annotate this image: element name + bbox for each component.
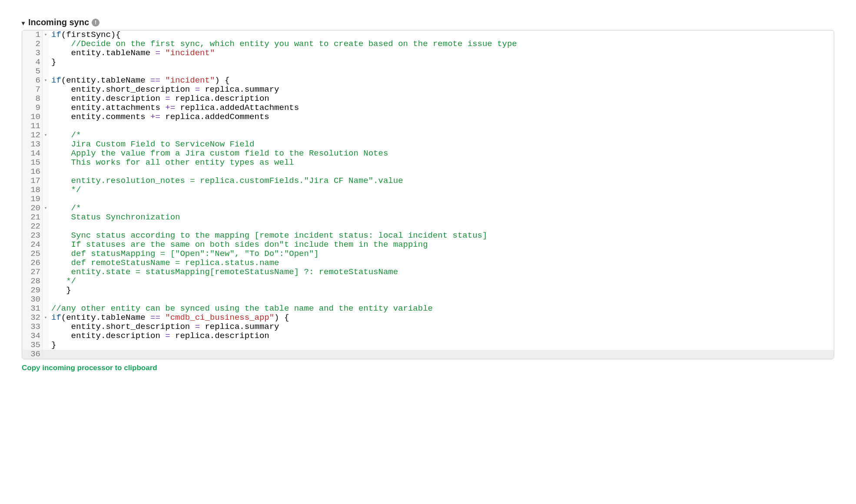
code-content[interactable]: Jira Custom Field to ServiceNow Field xyxy=(49,140,834,149)
code-line[interactable]: 35} xyxy=(22,341,834,350)
code-content[interactable]: entity.description = replica.description xyxy=(49,94,834,103)
code-line[interactable]: 21 Status Synchronization xyxy=(22,213,834,222)
code-content[interactable]: If statuses are the same on both sides d… xyxy=(49,240,834,249)
code-editor[interactable]: 1if(firstSync){2 //Decide on the first s… xyxy=(22,30,834,359)
code-line[interactable]: 18 */ xyxy=(22,186,834,195)
code-content[interactable]: Status Synchronization xyxy=(49,213,834,222)
code-content[interactable]: } xyxy=(49,286,834,295)
code-line[interactable]: 14 Apply the value from a Jira custom fi… xyxy=(22,149,834,158)
code-line[interactable]: 19 xyxy=(22,195,834,204)
code-line[interactable]: 3 entity.tableName = "incident" xyxy=(22,49,834,58)
code-content[interactable]: //any other entity can be synced using t… xyxy=(49,304,834,313)
code-line[interactable]: 6if(entity.tableName == "incident") { xyxy=(22,76,834,85)
code-line[interactable]: 33 entity.short_description = replica.su… xyxy=(22,322,834,332)
code-line[interactable]: 11 xyxy=(22,122,834,131)
code-line[interactable]: 7 entity.short_description = replica.sum… xyxy=(22,85,834,94)
code-content[interactable]: Sync status according to the mapping [re… xyxy=(49,231,834,240)
code-line[interactable]: 25 def statusMapping = ["Open":"New", "T… xyxy=(22,249,834,259)
fold-gutter xyxy=(43,67,49,76)
code-content[interactable]: def remoteStatusName = replica.status.na… xyxy=(49,259,834,268)
fold-gutter[interactable] xyxy=(43,30,49,40)
code-content[interactable] xyxy=(49,350,834,359)
section-header[interactable]: ▾ Incoming sync ! xyxy=(22,17,834,27)
code-line[interactable]: 15 This works for all other entity types… xyxy=(22,158,834,167)
code-line[interactable]: 26 def remoteStatusName = replica.status… xyxy=(22,259,834,268)
code-content[interactable]: def statusMapping = ["Open":"New", "To D… xyxy=(49,249,834,259)
code-content[interactable]: entity.comments += replica.addedComments xyxy=(49,113,834,122)
code-content[interactable] xyxy=(49,122,834,131)
code-line[interactable]: 4} xyxy=(22,58,834,67)
fold-gutter xyxy=(43,304,49,313)
code-line[interactable]: 23 Sync status according to the mapping … xyxy=(22,231,834,240)
section-title: Incoming sync xyxy=(28,17,89,27)
code-content[interactable]: if(firstSync){ xyxy=(49,30,834,40)
code-content[interactable]: entity.description = replica.description xyxy=(49,332,834,341)
line-number: 17 xyxy=(22,176,43,186)
code-line[interactable]: 1if(firstSync){ xyxy=(22,30,834,40)
code-content[interactable] xyxy=(49,222,834,231)
code-content[interactable]: /* xyxy=(49,131,834,140)
code-content[interactable]: This works for all other entity types as… xyxy=(49,158,834,167)
code-content[interactable]: entity.short_description = replica.summa… xyxy=(49,322,834,332)
code-line[interactable]: 30 xyxy=(22,295,834,304)
code-content[interactable] xyxy=(49,167,834,176)
info-icon[interactable]: ! xyxy=(92,19,100,27)
fold-caret-icon xyxy=(44,206,47,211)
code-line[interactable]: 16 xyxy=(22,167,834,176)
code-line[interactable]: 36 xyxy=(22,350,834,359)
code-content[interactable]: entity.short_description = replica.summa… xyxy=(49,85,834,94)
code-content[interactable]: entity.attachments += replica.addedAttac… xyxy=(49,103,834,113)
code-line[interactable]: 2 //Decide on the first sync, which enti… xyxy=(22,40,834,49)
code-content[interactable]: } xyxy=(49,58,834,67)
fold-gutter xyxy=(43,85,49,94)
code-line[interactable]: 31//any other entity can be synced using… xyxy=(22,304,834,313)
code-line[interactable]: 8 entity.description = replica.descripti… xyxy=(22,94,834,103)
code-content[interactable]: entity.state = statusMapping[remoteStatu… xyxy=(49,268,834,277)
line-number: 19 xyxy=(22,195,43,204)
code-line[interactable]: 22 xyxy=(22,222,834,231)
code-line[interactable]: 20 /* xyxy=(22,204,834,213)
fold-gutter xyxy=(43,176,49,186)
line-number: 24 xyxy=(22,240,43,249)
code-content[interactable]: */ xyxy=(49,277,834,286)
line-number: 25 xyxy=(22,249,43,259)
fold-gutter[interactable] xyxy=(43,76,49,85)
code-content[interactable]: */ xyxy=(49,186,834,195)
code-line[interactable]: 17 entity.resolution_notes = replica.cus… xyxy=(22,176,834,186)
code-content[interactable] xyxy=(49,67,834,76)
fold-gutter xyxy=(43,268,49,277)
code-line[interactable]: 10 entity.comments += replica.addedComme… xyxy=(22,113,834,122)
copy-to-clipboard-link[interactable]: Copy incoming processor to clipboard xyxy=(22,364,157,372)
fold-gutter[interactable] xyxy=(43,313,49,322)
code-line[interactable]: 13 Jira Custom Field to ServiceNow Field xyxy=(22,140,834,149)
fold-gutter[interactable] xyxy=(43,131,49,140)
fold-gutter xyxy=(43,186,49,195)
code-content[interactable]: if(entity.tableName == "cmdb_ci_business… xyxy=(49,313,834,322)
fold-gutter xyxy=(43,140,49,149)
line-number: 11 xyxy=(22,122,43,131)
line-number: 5 xyxy=(22,67,43,76)
code-line[interactable]: 5 xyxy=(22,67,834,76)
fold-gutter[interactable] xyxy=(43,204,49,213)
fold-gutter xyxy=(43,167,49,176)
code-line[interactable]: 27 entity.state = statusMapping[remoteSt… xyxy=(22,268,834,277)
code-line[interactable]: 34 entity.description = replica.descript… xyxy=(22,332,834,341)
code-line[interactable]: 32if(entity.tableName == "cmdb_ci_busine… xyxy=(22,313,834,322)
code-content[interactable] xyxy=(49,295,834,304)
fold-gutter xyxy=(43,195,49,204)
code-content[interactable]: if(entity.tableName == "incident") { xyxy=(49,76,834,85)
code-content[interactable]: entity.tableName = "incident" xyxy=(49,49,834,58)
code-line[interactable]: 29 } xyxy=(22,286,834,295)
code-line[interactable]: 28 */ xyxy=(22,277,834,286)
fold-gutter xyxy=(43,122,49,131)
code-content[interactable]: } xyxy=(49,341,834,350)
code-line[interactable]: 24 If statuses are the same on both side… xyxy=(22,240,834,249)
code-content[interactable]: Apply the value from a Jira custom field… xyxy=(49,149,834,158)
line-number: 13 xyxy=(22,140,43,149)
code-content[interactable]: //Decide on the first sync, which entity… xyxy=(49,40,834,49)
code-line[interactable]: 9 entity.attachments += replica.addedAtt… xyxy=(22,103,834,113)
code-content[interactable] xyxy=(49,195,834,204)
code-line[interactable]: 12 /* xyxy=(22,131,834,140)
code-content[interactable]: entity.resolution_notes = replica.custom… xyxy=(49,176,834,186)
code-content[interactable]: /* xyxy=(49,204,834,213)
